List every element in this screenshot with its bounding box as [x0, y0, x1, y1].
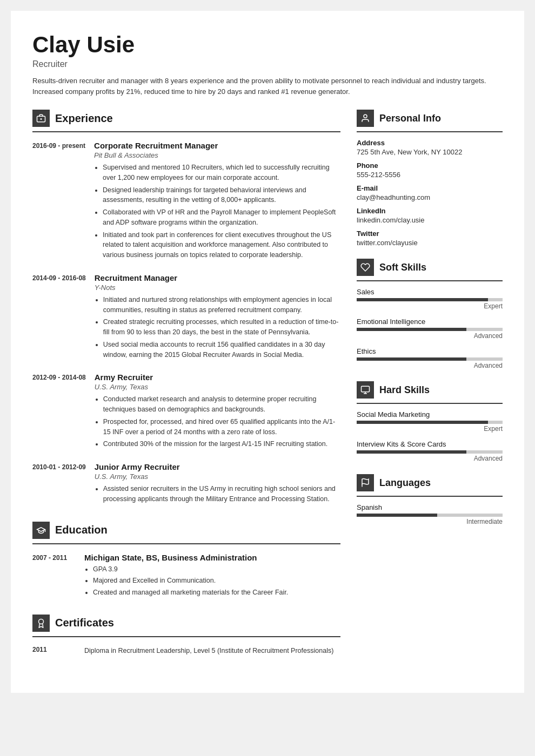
- exp-dates: 2012-09 - 2014-08: [32, 373, 86, 451]
- education-icon: [32, 522, 50, 539]
- bullet: Used social media accounts to recruit 15…: [103, 340, 340, 360]
- info-twitter-value: twitter.com/clayusie: [357, 239, 503, 247]
- skill-bar: [357, 421, 503, 424]
- exp-content: Recruitment Manager Y-Nots Initiated and…: [95, 273, 340, 362]
- candidate-summary: Results-driven recruiter and manager wit…: [32, 76, 503, 97]
- experience-divider: [32, 131, 340, 132]
- hard-skills-title: Hard Skills: [379, 384, 430, 396]
- exp-company: Y-Nots: [95, 284, 340, 292]
- lang-name: Spanish: [357, 503, 503, 511]
- skill-level: Expert: [357, 425, 503, 433]
- bullet: Assisted senior recruiters in the US Arm…: [103, 484, 340, 504]
- info-address-label: Address: [357, 139, 503, 147]
- header: Clay Usie Recruiter Results-driven recru…: [32, 32, 503, 110]
- edu-content: Michigan State, BS, Business Administrat…: [84, 553, 340, 599]
- soft-skills-section: Soft Skills Sales Expert Emotional Intel…: [357, 259, 503, 369]
- info-twitter: Twitter twitter.com/clayusie: [357, 230, 503, 247]
- info-phone: Phone 555-212-5556: [357, 161, 503, 179]
- info-linkedin-value: linkedin.com/clay.usie: [357, 216, 503, 224]
- skill-bar: [357, 298, 503, 301]
- experience-item: 2014-09 - 2016-08 Recruitment Manager Y-…: [32, 273, 340, 362]
- languages-title: Languages: [379, 477, 431, 489]
- personal-info-icon: [357, 110, 374, 127]
- skill-bar-fill: [357, 450, 466, 454]
- exp-content: Corporate Recruitment Manager Pit Bull &…: [94, 141, 340, 262]
- exp-job-title: Junior Army Recruiter: [95, 462, 340, 471]
- info-email: E-mail clay@headhunting.com: [357, 184, 503, 201]
- skill-name: Social Media Marketing: [357, 410, 503, 418]
- hard-skills-divider: [357, 403, 503, 404]
- bullet: Supervised and mentored 10 Recruiters, w…: [103, 163, 340, 183]
- svg-point-4: [364, 114, 367, 118]
- bullet: Created strategic recruiting processes, …: [103, 317, 340, 338]
- info-phone-label: Phone: [357, 161, 503, 170]
- certificate-item: 2011 Diploma in Recruitment Leadership, …: [32, 646, 340, 656]
- skill-bar: [357, 357, 503, 361]
- skill-name: Sales: [357, 288, 503, 296]
- bullet: Conducted market research and analysis t…: [103, 394, 340, 415]
- info-linkedin: LinkedIn linkedin.com/clay.usie: [357, 207, 503, 224]
- certificates-icon: [32, 615, 50, 632]
- cert-text: Diploma in Recruitment Leadership, Level…: [84, 646, 333, 656]
- exp-dates: 2014-09 - 2016-08: [32, 273, 86, 362]
- svg-rect-5: [362, 386, 370, 392]
- languages-header: Languages: [357, 474, 503, 491]
- skill-bar-fill: [357, 357, 466, 361]
- certificates-section-header: Certificates: [32, 615, 340, 632]
- skill-name: Emotional Intelligence: [357, 318, 503, 326]
- right-column: Personal Info Address 725 5th Ave, New Y…: [357, 110, 503, 671]
- education-item: 2007 - 2011 Michigan State, BS, Business…: [32, 553, 340, 599]
- bullet: Initiated and took part in conferences f…: [103, 230, 340, 260]
- personal-info-divider: [357, 131, 503, 132]
- cert-year: 2011: [32, 646, 76, 656]
- edu-bullets: GPA 3.9 Majored and Excelled in Communic…: [84, 564, 340, 598]
- experience-section: Experience 2016-09 - present Corporate R…: [32, 110, 340, 507]
- candidate-name: Clay Usie: [32, 32, 503, 57]
- certificates-section: Certificates 2011 Diploma in Recruitment…: [32, 615, 340, 656]
- hard-skills-icon: [357, 381, 374, 399]
- info-twitter-label: Twitter: [357, 230, 503, 238]
- skill-level: Advanced: [357, 332, 503, 340]
- skill-bar-fill: [357, 421, 488, 424]
- bullet: Created and managed all marketing materi…: [93, 588, 340, 598]
- info-phone-value: 555-212-5556: [357, 171, 503, 179]
- bullet: GPA 3.9: [93, 564, 340, 575]
- experience-item: 2012-09 - 2014-08 Army Recruiter U.S. Ar…: [32, 373, 340, 451]
- education-divider: [32, 543, 340, 544]
- exp-bullets: Assisted senior recruiters in the US Arm…: [95, 484, 340, 504]
- exp-dates: 2016-09 - present: [32, 141, 85, 262]
- resume: Clay Usie Recruiter Results-driven recru…: [11, 11, 524, 693]
- info-address: Address 725 5th Ave, New York, NY 10022: [357, 139, 503, 156]
- soft-skills-title: Soft Skills: [379, 262, 426, 273]
- skill-bar: [357, 450, 503, 454]
- exp-job-title: Corporate Recruitment Manager: [94, 141, 340, 150]
- skill-bar-fill: [357, 328, 466, 331]
- bullet: Designed leadership trainings for target…: [103, 185, 340, 206]
- skill-item: Sales Expert: [357, 288, 503, 310]
- languages-icon: [357, 474, 374, 491]
- exp-company: Pit Bull & Associates: [94, 151, 340, 159]
- exp-content: Army Recruiter U.S. Army, Texas Conducte…: [95, 373, 340, 451]
- bullet: Collaborated with VP of HR and the Payro…: [103, 207, 340, 228]
- candidate-title: Recruiter: [32, 59, 503, 69]
- skill-bar-fill: [357, 298, 488, 301]
- skill-name: Interview Kits & Score Cards: [357, 440, 503, 448]
- languages-section: Languages Spanish Intermediate: [357, 474, 503, 525]
- certificates-section-title: Certificates: [55, 617, 114, 629]
- personal-info-section: Personal Info Address 725 5th Ave, New Y…: [357, 110, 503, 247]
- info-address-value: 725 5th Ave, New York, NY 10022: [357, 148, 503, 156]
- experience-section-title: Experience: [55, 112, 113, 125]
- soft-skills-divider: [357, 280, 503, 281]
- info-email-label: E-mail: [357, 184, 503, 192]
- lang-bar-fill: [357, 514, 437, 517]
- bullet: Initiated and nurtured strong relationsh…: [103, 295, 340, 315]
- soft-skills-header: Soft Skills: [357, 259, 503, 276]
- exp-company: U.S. Army, Texas: [95, 473, 340, 481]
- skill-level: Expert: [357, 302, 503, 310]
- certificates-divider: [32, 636, 340, 637]
- skill-item: Emotional Intelligence Advanced: [357, 318, 503, 340]
- experience-section-header: Experience: [32, 110, 340, 127]
- education-section: Education 2007 - 2011 Michigan State, BS…: [32, 522, 340, 599]
- skill-level: Advanced: [357, 455, 503, 462]
- lang-bar: [357, 514, 503, 517]
